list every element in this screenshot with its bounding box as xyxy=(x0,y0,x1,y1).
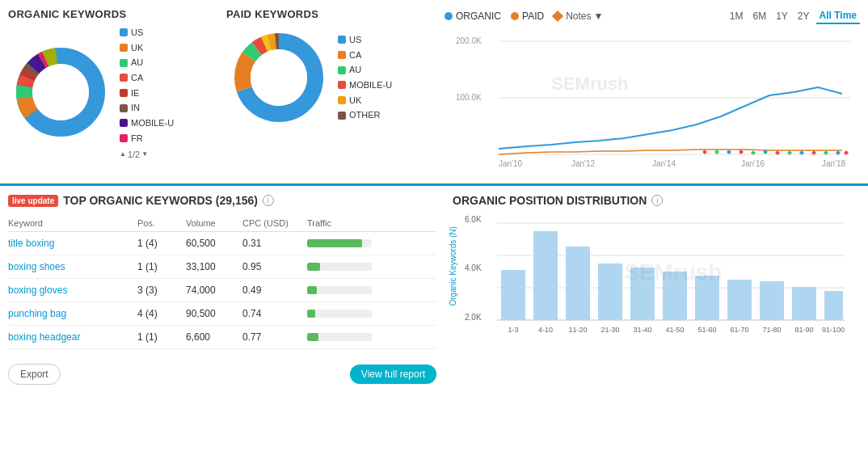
time-btn-2y[interactable]: 2Y xyxy=(794,8,813,24)
keyword-link[interactable]: boxing gloves xyxy=(8,285,67,296)
legend-dot-us xyxy=(120,28,128,36)
line-chart-svg-container: SEMrush 200.0K 100.0K xyxy=(445,29,860,166)
legend-dot-ca xyxy=(120,74,128,82)
volume-cell: 74,000 xyxy=(186,279,242,302)
organic-donut-container: US UK AU CA xyxy=(8,25,218,159)
svg-marker-24 xyxy=(714,150,719,154)
volume-cell: 33,100 xyxy=(186,255,242,279)
view-full-report-button[interactable]: View full report xyxy=(350,365,436,384)
svg-text:61-70: 61-70 xyxy=(730,326,748,334)
svg-marker-26 xyxy=(739,150,744,154)
organic-legend-list: US UK AU CA xyxy=(120,25,174,146)
legend-item-fr: FR xyxy=(120,131,174,146)
table-row: title boxing1 (4)60,5000.31 xyxy=(8,232,436,255)
bar-91-100 xyxy=(824,291,843,320)
keyword-link[interactable]: punching bag xyxy=(8,308,66,319)
svg-text:51-60: 51-60 xyxy=(697,326,716,334)
y-label-6k: 6.0K xyxy=(465,215,482,224)
organic-legend-item: ORGANIC xyxy=(445,11,501,22)
bar-chart-area: 6.0K 4.0K 2.0K SEMrush 1-3 xyxy=(497,215,860,363)
svg-text:200.0K: 200.0K xyxy=(456,36,482,45)
line-chart-svg: 200.0K 100.0K xyxy=(445,29,860,171)
pagination-text: 1/2 xyxy=(128,150,140,159)
keywords-table: Keyword Pos. Volume CPC (USD) Traffic ti… xyxy=(8,215,436,349)
keyword-link[interactable]: title boxing xyxy=(8,238,54,249)
svg-point-9 xyxy=(32,64,89,120)
svg-text:81-90: 81-90 xyxy=(794,326,813,334)
notes-chevron-icon: ▼ xyxy=(594,11,604,22)
organic-legend: US UK AU CA xyxy=(120,25,174,159)
keywords-info-icon[interactable]: i xyxy=(263,195,274,206)
live-update-badge: live update xyxy=(8,195,58,207)
traffic-cell xyxy=(307,302,436,326)
position-dist-panel: ORGANIC POSITION DISTRIBUTION i Organic … xyxy=(453,194,860,443)
time-btn-all[interactable]: All Time xyxy=(816,8,860,24)
paid-legend-item-au: AU xyxy=(338,62,392,78)
col-pos: Pos. xyxy=(137,215,186,232)
legend-dot-fr xyxy=(120,134,128,142)
pos-cell: 3 (3) xyxy=(137,279,186,302)
legend-label-fr: FR xyxy=(131,131,143,146)
keywords-section-title: TOP ORGANIC KEYWORDS (29,156) xyxy=(63,194,258,207)
volume-cell: 60,500 xyxy=(186,232,242,255)
svg-text:1-3: 1-3 xyxy=(508,326,518,334)
keyword-link[interactable]: boxing shoes xyxy=(8,261,65,272)
svg-marker-23 xyxy=(702,150,707,154)
paid-legend-dot-mobile xyxy=(338,81,346,89)
traffic-bar-container xyxy=(307,263,372,271)
time-btn-1y[interactable]: 1Y xyxy=(773,8,791,24)
legend-item-mobile: MOBILE-U xyxy=(120,116,174,131)
legend-item-ie: IE xyxy=(120,86,174,101)
pos-cell: 1 (4) xyxy=(137,232,186,255)
paid-legend-item-other: OTHER xyxy=(338,107,392,123)
paid-keywords-title: PAID KEYWORDS xyxy=(226,8,436,20)
organic-circle xyxy=(445,12,453,20)
time-btn-1m[interactable]: 1M xyxy=(727,8,747,24)
export-button[interactable]: Export xyxy=(8,364,61,385)
paid-legend-item-chart: PAID xyxy=(511,11,544,22)
col-traffic: Traffic xyxy=(307,215,436,232)
traffic-bar-container xyxy=(307,239,372,247)
position-dist-info-icon[interactable]: i xyxy=(651,195,663,206)
legend-dot-au xyxy=(120,59,128,67)
bar-31-40 xyxy=(630,268,655,320)
bar-11-20 xyxy=(566,247,590,320)
pagination-triangle-up: ▲ xyxy=(120,150,126,158)
paid-legend-label-mobile: MOBILE-U xyxy=(349,78,392,93)
organic-pagination: ▲ 1/2 ▼ xyxy=(120,150,174,159)
paid-legend-item-mobile: MOBILE-U xyxy=(338,78,392,93)
keyword-cell: punching bag xyxy=(8,302,137,326)
keywords-section-header: live update TOP ORGANIC KEYWORDS (29,156… xyxy=(8,194,436,207)
volume-cell: 90,500 xyxy=(186,302,242,326)
col-keyword: Keyword xyxy=(8,215,137,232)
paid-keywords-panel: PAID KEYWORDS xyxy=(226,8,436,175)
line-chart-panel: ORGANIC PAID Notes ▼ 1M 6M 1Y 2Y All Tim… xyxy=(445,8,860,175)
keyword-link[interactable]: boxing headgear xyxy=(8,331,80,343)
paid-legend-dot-us xyxy=(338,36,346,44)
legend-label-mobile: MOBILE-U xyxy=(131,116,174,131)
paid-legend-label-uk: UK xyxy=(349,93,361,108)
paid-donut-container: US CA AU MOBILE-U xyxy=(226,25,436,130)
keywords-table-panel: live update TOP ORGANIC KEYWORDS (29,156… xyxy=(8,194,436,443)
bar-1-3 xyxy=(501,270,525,320)
cpc-cell: 0.31 xyxy=(242,232,307,255)
svg-text:21-30: 21-30 xyxy=(600,326,619,334)
paid-legend: US CA AU MOBILE-U xyxy=(338,32,392,123)
paid-legend-item-uk: UK xyxy=(338,93,392,108)
paid-legend-dot-ca xyxy=(338,51,346,59)
svg-text:100.0K: 100.0K xyxy=(456,93,482,102)
legend-item-in: IN xyxy=(120,100,174,116)
legend-item-au: AU xyxy=(120,55,174,70)
col-cpc: CPC (USD) xyxy=(242,215,307,232)
volume-cell: 6,600 xyxy=(186,326,242,349)
legend-label-us: US xyxy=(131,25,143,40)
svg-text:11-20: 11-20 xyxy=(568,326,587,334)
legend-label-in: IN xyxy=(131,100,140,116)
keywords-table-header-row: Keyword Pos. Volume CPC (USD) Traffic xyxy=(8,215,436,232)
col-volume: Volume xyxy=(186,215,242,232)
cpc-cell: 0.49 xyxy=(242,279,307,302)
time-btn-6m[interactable]: 6M xyxy=(749,8,769,24)
keywords-table-body: title boxing1 (4)60,5000.31boxing shoes1… xyxy=(8,232,436,349)
pos-cell: 1 (1) xyxy=(137,255,186,279)
notes-button[interactable]: Notes ▼ xyxy=(554,11,603,22)
